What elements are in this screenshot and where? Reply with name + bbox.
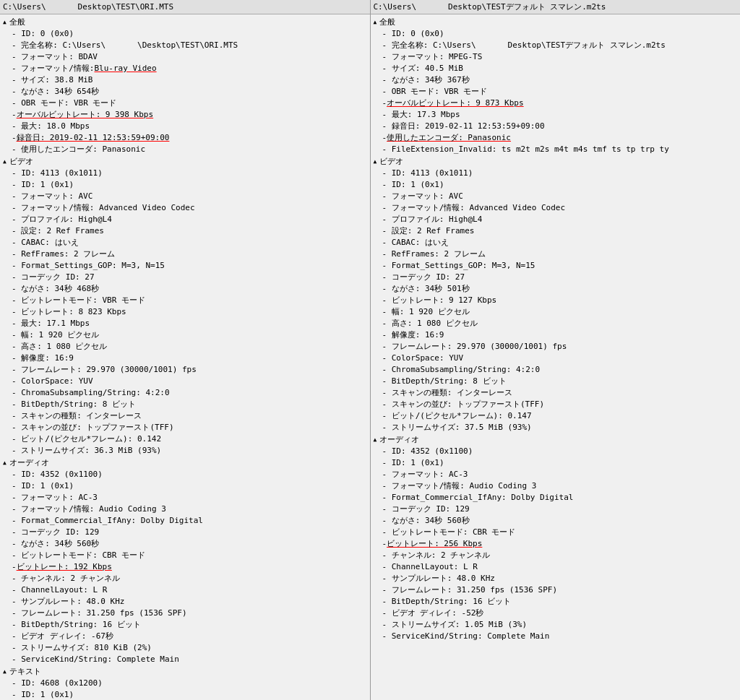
left-vid-duration: - ながさ: 34秒 468秒 (0, 283, 370, 295)
right-audio-arrow: ▲ (374, 436, 377, 443)
left-gen-duration: - ながさ: 34秒 654秒 (0, 86, 370, 98)
left-vid-bppf: - ビット/(ピクセル*フレーム): 0.142 (0, 433, 370, 445)
right-aud-format: - フォーマット: AC-3 (371, 469, 741, 480)
right-vid-streamsize: - ストリームサイズ: 37.5 MiB (93%) (371, 422, 741, 433)
right-aud-channellayout: - ChannelLayout: L R (371, 561, 741, 573)
left-filepath: C:\Users\ Desktop\TEST\ORI.MTS (3, 1, 173, 12)
left-aud-commercial: - Format_Commercial_IfAny: Dolby Digital (0, 515, 370, 527)
left-vid-profile: - プロファイル: High@L4 (0, 214, 370, 225)
left-vid-cabac: - CABAC: はいえ (0, 237, 370, 249)
left-aud-id1: - ID: 4352 (0x1100) (0, 469, 370, 480)
right-aud-delay: - ビデオ ディレイ: -52秒 (371, 608, 741, 619)
right-vid-width: - 幅: 1 920 ピクセル (371, 306, 741, 318)
right-vid-bitrate: - ビットレート: 9 127 Kbps (371, 295, 741, 306)
left-general-header[interactable]: ▲ 全般 (0, 16, 370, 28)
left-gen-format: - フォーマット: BDAV (0, 51, 370, 63)
left-vid-width: - 幅: 1 920 ピクセル (0, 329, 370, 341)
left-video-arrow: ▲ (3, 158, 7, 165)
left-txt-id2: - ID: 1 (0x1) (0, 689, 370, 700)
left-aud-fps: - フレームレート: 31.250 fps (1536 SPF) (0, 608, 370, 619)
right-audio-section: ▲ オーディオ - ID: 4352 (0x1100) - ID: 1 (0x1… (371, 433, 741, 642)
main-container: C:\Users\ Desktop\TEST\ORI.MTS ▲ 全般 - ID… (0, 0, 740, 700)
left-aud-id2: - ID: 1 (0x1) (0, 480, 370, 492)
right-gen-duration: - ながさ: 34秒 367秒 (371, 74, 741, 86)
left-panel: C:\Users\ Desktop\TEST\ORI.MTS ▲ 全般 - ID… (0, 0, 371, 700)
left-gen-recorded: - 録音日: 2019-02-11 12:53:59+09:00 (0, 132, 370, 144)
left-vid-height: - 高さ: 1 080 ピクセル (0, 341, 370, 353)
left-vid-gop: - Format_Settings_GOP: M=3, N=15 (0, 260, 370, 272)
right-aud-format-info: - フォーマット/情報: Audio Coding 3 (371, 480, 741, 492)
right-aud-fps: - フレームレート: 31.250 fps (1536 SPF) (371, 584, 741, 596)
left-audio-label: オーディオ (9, 457, 49, 468)
right-file-header: C:\Users\ Desktop\TESTデフォルト スマレン.m2ts (371, 0, 741, 14)
left-vid-scantype: - スキャンの種類: インターレース (0, 410, 370, 422)
left-vid-id2: - ID: 1 (0x1) (0, 179, 370, 191)
right-content: ▲ 全般 - ID: 0 (0x0) - 完全名称: C:\Users\ Des… (371, 14, 741, 644)
left-gen-obr: - OBR モード: VBR モード (0, 98, 370, 109)
left-aud-streamsize: - ストリームサイズ: 810 KiB (2%) (0, 642, 370, 654)
left-vid-scanorder: - スキャンの並び: トップファースト(TFF) (0, 422, 370, 433)
left-text-header[interactable]: ▲ テキスト (0, 665, 370, 678)
left-audio-section: ▲ オーディオ - ID: 4352 (0x1100) - ID: 1 (0x1… (0, 457, 370, 665)
right-vid-height: - 高さ: 1 080 ピクセル (371, 318, 741, 329)
right-vid-scanorder: - スキャンの並び: トップファースト(TFF) (371, 399, 741, 410)
left-aud-codec: - コーデック ID: 129 (0, 527, 370, 538)
right-aud-channels: - チャンネル: 2 チャンネル (371, 550, 741, 561)
left-vid-refframes: - RefFrames: 2 フレーム (0, 249, 370, 260)
right-gen-obr: - OBR モード: VBR モード (371, 86, 741, 98)
right-vid-dar: - 解像度: 16:9 (371, 329, 741, 341)
right-gen-encoder: - 使用したエンコーダ: Panasonic (371, 132, 741, 144)
left-general-section: ▲ 全般 - ID: 0 (0x0) - 完全名称: C:\Users\ \De… (0, 16, 370, 155)
left-file-header: C:\Users\ Desktop\TEST\ORI.MTS (0, 0, 370, 14)
right-audio-header[interactable]: ▲ オーディオ (371, 433, 741, 446)
right-gen-max: - 最大: 17.3 Mbps (371, 109, 741, 121)
right-video-header[interactable]: ▲ ビデオ (371, 155, 741, 168)
right-vid-id2: - ID: 1 (0x1) (371, 179, 741, 191)
left-vid-max: - 最大: 17.1 Mbps (0, 318, 370, 329)
right-vid-colorspace: - ColorSpace: YUV (371, 353, 741, 364)
right-video-arrow: ▲ (374, 158, 377, 165)
right-aud-bitdepth: - BitDepth/String: 16 ビット (371, 596, 741, 608)
right-vid-chroma: - ChromaSubsampling/String: 4:2:0 (371, 364, 741, 376)
right-video-label: ビデオ (379, 156, 403, 167)
right-gen-recorded: - 録音日: 2019-02-11 12:53:59+09:00 (371, 121, 741, 132)
left-txt-id1: - ID: 4608 (0x1200) (0, 678, 370, 689)
right-vid-format-info: - フォーマット/情報: Advanced Video Codec (371, 202, 741, 214)
left-vid-bitdepth: - BitDepth/String: 8 ビット (0, 399, 370, 410)
right-filepath: C:\Users\ Desktop\TESTデフォルト スマレン.m2ts (374, 1, 606, 12)
right-vid-refframes: - RefFrames: 2 フレーム (371, 249, 741, 260)
right-vid-settings: - 設定: 2 Ref Frames (371, 225, 741, 237)
left-aud-channels: - チャンネル: 2 チャンネル (0, 573, 370, 584)
left-gen-id: - ID: 0 (0x0) (0, 28, 370, 40)
left-content: ▲ 全般 - ID: 0 (0x0) - 完全名称: C:\Users\ \De… (0, 14, 370, 700)
left-aud-servicekind: - ServiceKind/String: Complete Main (0, 654, 370, 665)
right-vid-bitdepth: - BitDepth/String: 8 ビット (371, 376, 741, 387)
right-vid-codec: - コーデック ID: 27 (371, 272, 741, 283)
left-vid-dar: - 解像度: 16:9 (0, 353, 370, 364)
right-general-arrow: ▲ (374, 19, 377, 25)
left-gen-size: - サイズ: 38.8 MiB (0, 74, 370, 86)
right-vid-scantype: - スキャンの種類: インターレース (371, 387, 741, 399)
left-gen-fullname: - 完全名称: C:\Users\ \Desktop\TEST\ORI.MTS (0, 40, 370, 51)
left-audio-header[interactable]: ▲ オーディオ (0, 457, 370, 469)
right-aud-id2: - ID: 1 (0x1) (371, 457, 741, 469)
left-vid-id1: - ID: 4113 (0x1011) (0, 168, 370, 179)
right-gen-format: - フォーマット: MPEG-TS (371, 51, 741, 63)
right-gen-size: - サイズ: 40.5 MiB (371, 63, 741, 74)
right-general-header[interactable]: ▲ 全般 (371, 16, 741, 28)
right-aud-servicekind: - ServiceKind/String: Complete Main (371, 631, 741, 642)
left-gen-bitrate: - オーバルビットレート: 9 398 Kbps (0, 109, 370, 121)
left-aud-bitdepth: - BitDepth/String: 16 ビット (0, 619, 370, 631)
left-aud-channellayout: - ChannelLayout: L R (0, 584, 370, 596)
right-general-label: 全般 (379, 17, 395, 27)
left-text-section: ▲ テキスト - ID: 4608 (0x1200) - ID: 1 (0x1)… (0, 665, 370, 700)
left-vid-bitrate: - ビットレート: 8 823 Kbps (0, 306, 370, 318)
left-aud-bitrate: - ビットレート: 192 Kbps (0, 561, 370, 573)
left-gen-max: - 最大: 18.0 Mbps (0, 121, 370, 132)
left-general-label: 全般 (9, 17, 25, 27)
left-aud-samplerate: - サンプルレート: 48.0 KHz (0, 596, 370, 608)
left-video-header[interactable]: ▲ ビデオ (0, 155, 370, 168)
left-aud-format: - フォーマット: AC-3 (0, 492, 370, 504)
right-gen-id: - ID: 0 (0x0) (371, 28, 741, 40)
left-vid-codec: - コーデック ID: 27 (0, 272, 370, 283)
